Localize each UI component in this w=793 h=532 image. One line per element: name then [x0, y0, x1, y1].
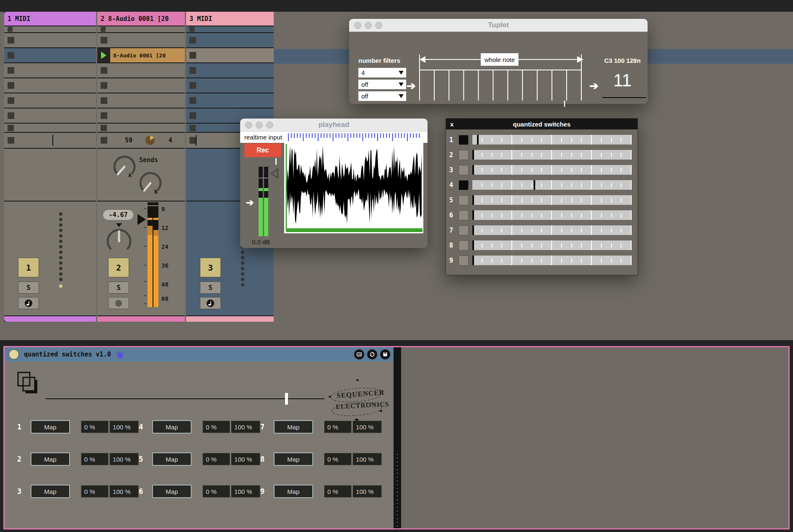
qs-titlebar[interactable]: x quantized switches [446, 119, 638, 129]
row-toggle[interactable] [459, 225, 469, 235]
speaker-triangle-icon[interactable] [270, 168, 279, 179]
row-slider[interactable] [472, 135, 632, 145]
row-slider[interactable] [472, 240, 632, 250]
clip-stop-button[interactable] [8, 52, 14, 59]
slider-cursor[interactable] [472, 195, 474, 205]
filter-dropdown-1[interactable]: 4 [358, 68, 406, 77]
clip-stop-button[interactable] [101, 137, 107, 144]
device-resize-divider[interactable] [394, 347, 401, 528]
clip-stop-button[interactable] [189, 137, 196, 144]
volume-value[interactable]: -4.67 [103, 210, 133, 220]
clip-name[interactable]: 8-Audio 0001 [20 [110, 48, 185, 62]
clip-slot[interactable] [186, 26, 274, 32]
max-percent-field[interactable]: 100 % [231, 453, 260, 465]
row-slider[interactable] [472, 165, 632, 175]
clip-slot[interactable] [97, 26, 185, 32]
clip-stop-button[interactable] [101, 27, 106, 32]
clip-slot[interactable] [186, 78, 274, 93]
slider-cursor[interactable] [534, 180, 535, 190]
clip-slot[interactable] [97, 63, 185, 77]
clip-slot[interactable] [186, 33, 274, 47]
slider-cursor[interactable] [477, 135, 479, 145]
clip-slot[interactable] [4, 63, 96, 77]
clip-slot[interactable] [97, 108, 185, 123]
track-header[interactable]: 2 8-Audio 0001 [20 [97, 12, 185, 26]
max-percent-field[interactable]: 100 % [352, 485, 382, 498]
row-slider[interactable] [472, 210, 632, 220]
max-percent-field[interactable]: 100 % [352, 453, 382, 465]
row-toggle[interactable] [459, 135, 469, 145]
max-percent-field[interactable]: 100 % [109, 485, 139, 498]
solo-button[interactable]: S [108, 281, 129, 294]
min-percent-field[interactable]: 0 % [324, 485, 352, 498]
solo-button[interactable]: S [18, 281, 39, 294]
row-toggle[interactable] [459, 210, 469, 220]
clip-stop-button[interactable] [8, 112, 14, 119]
row-toggle[interactable] [459, 150, 469, 160]
arm-button[interactable] [108, 297, 129, 309]
min-percent-field[interactable]: 0 % [324, 421, 352, 433]
playhead-titlebar[interactable]: playhead [240, 119, 428, 132]
min-percent-field[interactable]: 0 % [202, 421, 230, 433]
clip-stop-button[interactable] [8, 97, 14, 104]
map-button[interactable]: Map [152, 452, 192, 466]
slider-cursor[interactable] [472, 150, 474, 160]
min-percent-field[interactable]: 0 % [202, 453, 230, 465]
row-toggle[interactable] [459, 240, 469, 251]
row-toggle[interactable] [459, 165, 469, 175]
clip-stop-button[interactable] [8, 67, 14, 74]
tuplet-result-number[interactable]: 11 [599, 70, 646, 90]
clip-stop-button[interactable] [8, 137, 14, 144]
clip-slot[interactable] [4, 78, 96, 93]
clip-stop-button[interactable] [101, 37, 107, 44]
clip-slot[interactable] [186, 93, 274, 108]
clip-stop-button[interactable] [101, 82, 107, 89]
arm-button[interactable] [200, 297, 221, 309]
map-button[interactable]: Map [152, 485, 192, 498]
map-mode-icon[interactable] [354, 349, 364, 359]
main-slider-track[interactable] [46, 398, 324, 399]
device-activator-led[interactable] [9, 349, 19, 359]
clip-stop-button[interactable] [189, 37, 196, 44]
row-slider[interactable] [472, 195, 632, 205]
filter-dropdown-3[interactable]: off [358, 91, 406, 101]
map-button[interactable]: Map [274, 420, 313, 434]
max-percent-field[interactable]: 100 % [109, 453, 139, 465]
map-button[interactable]: Map [31, 420, 70, 434]
clip-stop-button[interactable] [101, 67, 107, 74]
clip-stop-button[interactable] [189, 112, 196, 119]
clip-slot[interactable]: 8-Audio 0001 [20 [97, 48, 185, 62]
clip-slot[interactable] [97, 78, 185, 93]
clip-stop-button[interactable] [189, 52, 196, 59]
clip-stop-button[interactable] [189, 125, 196, 131]
slider-cursor[interactable] [472, 256, 474, 265]
clip-slot[interactable]: 594 [97, 133, 185, 148]
clip-stop-button[interactable] [101, 97, 107, 104]
clip-stop-button[interactable] [189, 27, 194, 32]
gain-db-value[interactable]: 0.0 dB [252, 238, 270, 245]
max-percent-field[interactable]: 100 % [231, 421, 260, 433]
save-icon[interactable] [380, 349, 390, 359]
max-percent-field[interactable]: 100 % [231, 485, 260, 498]
clip-stop-button[interactable] [8, 37, 14, 44]
clip-stop-button[interactable] [189, 82, 196, 89]
clip-slot[interactable] [4, 108, 96, 123]
row-slider[interactable] [472, 225, 632, 235]
filter-dropdown-2[interactable]: off [358, 80, 406, 89]
clip-slot[interactable] [97, 33, 185, 47]
track-header[interactable]: 3 MIDI [186, 12, 274, 26]
groove-dial-icon[interactable] [145, 135, 155, 145]
clip-stop-button[interactable] [8, 27, 13, 32]
row-toggle[interactable] [459, 256, 469, 266]
max-percent-field[interactable]: 100 % [109, 421, 139, 433]
clip-slot[interactable] [4, 48, 96, 62]
clip-slot[interactable] [97, 93, 185, 108]
clip-stop-button[interactable] [101, 125, 107, 131]
clip-slot[interactable] [97, 124, 185, 132]
solo-button[interactable]: S [200, 281, 221, 294]
min-percent-field[interactable]: 0 % [81, 453, 109, 465]
map-button[interactable]: Map [31, 485, 70, 498]
slider-cursor[interactable] [472, 210, 474, 220]
track-number-button[interactable]: 1 [18, 258, 39, 277]
main-slider-handle[interactable] [285, 393, 288, 405]
